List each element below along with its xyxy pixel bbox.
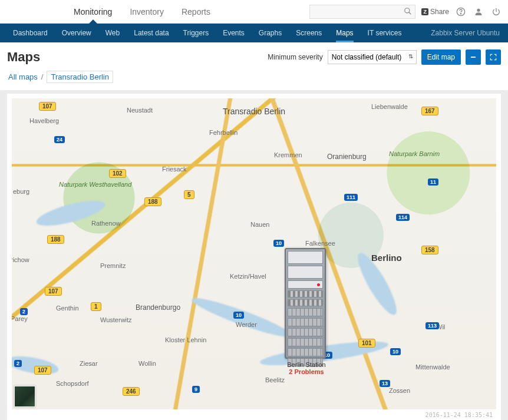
- road-shield: 102: [109, 169, 126, 178]
- help-icon[interactable]: [455, 6, 467, 18]
- top-nav: Monitoring Inventory Reports Z Share: [0, 0, 508, 24]
- road-shield: 107: [45, 287, 62, 296]
- fullscreen-button[interactable]: [486, 49, 501, 65]
- highway-shield: 9: [192, 386, 200, 393]
- highway-shield: 10: [273, 240, 284, 247]
- highway-shield: 10: [390, 348, 401, 355]
- page-header: Maps Minimum severity Not classified (de…: [0, 42, 508, 68]
- map-element-server-rack[interactable]: [285, 248, 326, 359]
- power-icon[interactable]: [490, 6, 502, 18]
- subtab-screens[interactable]: Screens: [289, 24, 329, 42]
- highway-shield: 24: [54, 136, 65, 143]
- map-timestamp: 2016-11-24 18:35:41: [12, 409, 496, 419]
- road-shield: 246: [123, 387, 140, 396]
- subtab-events[interactable]: Events: [216, 24, 252, 42]
- road-shield: 107: [39, 102, 56, 111]
- breadcrumb: All maps / Transradio Berlin: [0, 68, 508, 90]
- road-shield: 167: [421, 107, 438, 115]
- highway-shield: 2: [20, 308, 28, 315]
- road-shield: 5: [184, 190, 194, 199]
- collapse-button[interactable]: [466, 49, 481, 65]
- road-shield: 188: [47, 235, 64, 244]
- highway-shield: 2: [14, 360, 22, 367]
- search-icon[interactable]: [404, 7, 412, 15]
- severity-select[interactable]: Not classified (default): [328, 50, 417, 64]
- subtab-overview[interactable]: Overview: [55, 24, 98, 42]
- tab-monitoring[interactable]: Monitoring: [65, 0, 121, 24]
- highway-shield: 10: [233, 312, 244, 319]
- svg-point-3: [460, 13, 461, 14]
- breadcrumb-root[interactable]: All maps: [8, 72, 38, 81]
- breadcrumb-current[interactable]: Transradio Berlin: [47, 71, 113, 83]
- main-content: Transradio Berlin HavelbergNeustadtLiebe…: [0, 90, 508, 420]
- subtab-latest-data[interactable]: Latest data: [127, 24, 176, 42]
- road-shield: 107: [34, 366, 51, 375]
- subtab-maps[interactable]: Maps: [329, 24, 360, 42]
- edit-map-button[interactable]: Edit map: [421, 49, 461, 65]
- road-shield: 101: [358, 339, 375, 348]
- svg-point-4: [477, 8, 480, 11]
- server-label: Zabbix Server Ubuntu: [431, 29, 502, 37]
- highway-shield: 114: [396, 214, 410, 221]
- highway-shield: 13: [380, 380, 390, 387]
- severity-label: Minimum severity: [268, 53, 322, 61]
- road-shield: 158: [421, 246, 438, 254]
- highway-shield: 113: [425, 322, 439, 329]
- map-element-label: Berlin Station 2 Problems: [265, 361, 348, 375]
- tab-reports[interactable]: Reports: [173, 0, 219, 24]
- subtab-it-services[interactable]: IT services: [361, 24, 409, 42]
- map-canvas[interactable]: Transradio Berlin HavelbergNeustadtLiebe…: [12, 98, 496, 409]
- element-problems: 2 Problems: [265, 368, 348, 375]
- road-shield: 188: [144, 197, 161, 206]
- global-search: [309, 5, 415, 19]
- map-title: Transradio Berlin: [223, 107, 285, 116]
- zabbix-logo-icon: Z: [421, 8, 428, 15]
- tab-inventory[interactable]: Inventory: [121, 0, 173, 24]
- satellite-thumbnail[interactable]: [14, 386, 35, 407]
- user-icon[interactable]: [473, 6, 484, 18]
- sub-nav: Dashboard Overview Web Latest data Trigg…: [0, 24, 508, 42]
- share-button[interactable]: Z Share: [421, 8, 449, 16]
- highway-shield: 11: [428, 178, 438, 186]
- element-name: Berlin Station: [265, 361, 348, 368]
- map-card: Transradio Berlin HavelbergNeustadtLiebe…: [7, 94, 501, 420]
- svg-line-1: [409, 12, 411, 14]
- breadcrumb-sep: /: [41, 72, 44, 81]
- page-controls: Minimum severity Not classified (default…: [268, 49, 501, 65]
- sub-nav-items: Dashboard Overview Web Latest data Trigg…: [6, 24, 408, 42]
- share-label: Share: [430, 8, 449, 16]
- top-nav-tabs: Monitoring Inventory Reports: [65, 0, 219, 24]
- top-nav-right: Z Share: [309, 5, 502, 19]
- subtab-dashboard[interactable]: Dashboard: [6, 24, 55, 42]
- svg-point-0: [405, 8, 410, 12]
- page-title: Maps: [7, 49, 40, 65]
- search-input[interactable]: [309, 5, 415, 19]
- subtab-triggers[interactable]: Triggers: [176, 24, 216, 42]
- road-shield: 1: [91, 302, 101, 311]
- subtab-graphs[interactable]: Graphs: [252, 24, 289, 42]
- highway-shield: 111: [344, 194, 358, 201]
- subtab-web[interactable]: Web: [98, 24, 127, 42]
